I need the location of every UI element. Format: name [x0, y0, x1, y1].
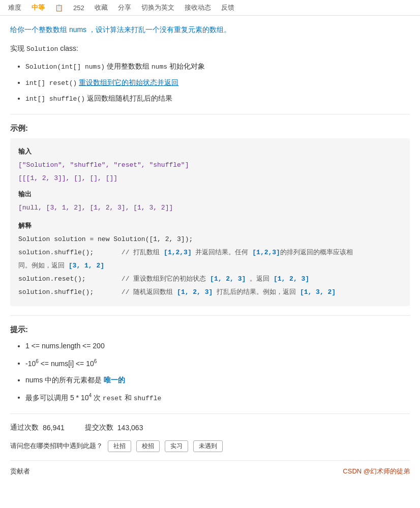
tag-shixi[interactable]: 实习	[165, 440, 188, 452]
difficulty-label: 难度	[8, 3, 21, 12]
question-text: 请问您在哪类招聘中遇到此题？	[10, 441, 103, 451]
submit-label: 提交次数	[85, 423, 113, 432]
contributors-row: 贡献者 CSDN @幻术师的徒弟	[10, 460, 410, 476]
pass-label: 通过次数	[10, 423, 39, 432]
method-1: Solution(int[] nums) 使用整数数组 nums 初始化对象	[25, 60, 410, 73]
method-2: int[] reset() 重设数组到它的初始状态并返回	[25, 76, 410, 89]
collect-button[interactable]: 收藏	[95, 3, 108, 12]
submit-stat: 提交次数 143,063	[85, 423, 143, 432]
hints-list: 1 <= nums.length <= 200 -106 <= nums[i] …	[10, 340, 410, 404]
hints-section: 提示: 1 <= nums.length <= 200 -106 <= nums…	[10, 325, 410, 404]
divider-1	[10, 114, 410, 114]
hint-2: -106 <= nums[i] <= 106	[25, 357, 410, 370]
example-box: 输入 ["Solution", "shuffle", "reset", "shu…	[10, 138, 410, 306]
divider-2	[10, 315, 410, 316]
methods-list: Solution(int[] nums) 使用整数数组 nums 初始化对象 i…	[10, 60, 410, 105]
example-section: 示例: 输入 ["Solution", "shuffle", "reset", …	[10, 124, 410, 306]
subscribe-button[interactable]: 接收动态	[185, 3, 211, 12]
problem-content: 给你一个整数数组 nums ，设计算法来打乱一个没有重复元素的数组。 实现 So…	[0, 16, 420, 484]
submit-value: 143,063	[117, 424, 143, 432]
hint-1: 1 <= nums.length <= 200	[25, 340, 410, 352]
contributors-label: 贡献者	[10, 467, 30, 476]
input-line1: ["Solution", "shuffle", "reset", "shuffl…	[18, 159, 402, 172]
tag-shezao[interactable]: 社招	[108, 440, 131, 452]
explain-label: 解释	[18, 220, 402, 233]
review-button[interactable]: 反馈	[221, 3, 234, 12]
input-line2: [[[1, 2, 3]], [], [], []]	[18, 172, 402, 185]
explain-line2: solution.shuffle(); // 打乱数组 [1,2,3] 并返回结…	[18, 246, 402, 259]
explain-line2b: 同。例如，返回 [3, 1, 2]	[18, 259, 402, 273]
csdn-brand: CSDN @幻术师的徒弟	[343, 467, 410, 476]
hint-4: 最多可以调用 5 * 104 次 reset 和 shuffle	[25, 391, 410, 404]
explain-line4: solution.shuffle(); // 随机返回数组 [1, 2, 3] …	[18, 286, 402, 299]
hint-3: nums 中的所有元素都是 唯一的	[25, 374, 410, 386]
difficulty-value: 中等	[32, 3, 45, 12]
input-label: 输入	[18, 145, 402, 159]
hints-title: 提示:	[10, 325, 410, 335]
output-line: [null, [3, 1, 2], [1, 2, 3], [1, 3, 2]]	[18, 201, 402, 215]
top-bar: 难度 中等 📋 252 收藏 分享 切换为英文 接收动态 反馈	[0, 0, 420, 16]
tag-xiaozao[interactable]: 校招	[136, 440, 160, 452]
intro-text: 给你一个整数数组 nums ，设计算法来打乱一个没有重复元素的数组。	[10, 25, 231, 34]
output-label: 输出	[18, 188, 402, 201]
question-row: 请问您在哪类招聘中遇到此题？ 社招 校招 实习 未遇到	[10, 440, 410, 452]
tag-weiyu[interactable]: 未遇到	[193, 440, 223, 452]
divider-3	[10, 413, 410, 414]
score-value: 252	[73, 4, 84, 12]
method-3: int[] shuffle() 返回数组随机打乱后的结果	[25, 92, 410, 105]
share-button[interactable]: 分享	[118, 3, 131, 12]
explain-line1: Solution solution = new Solution([1, 2, …	[18, 233, 402, 246]
pass-stat: 通过次数 86,941	[10, 423, 65, 432]
stats-row: 通过次数 86,941 提交次数 143,063	[10, 423, 410, 432]
problem-intro: 给你一个整数数组 nums ，设计算法来打乱一个没有重复元素的数组。	[10, 24, 410, 36]
pass-value: 86,941	[43, 424, 65, 432]
score-icon: 📋	[55, 4, 63, 12]
explain-line3: solution.reset(); // 重设数组到它的初始状态 [1, 2, …	[18, 273, 402, 286]
example-title: 示例:	[10, 124, 410, 133]
impl-label: 实现 Solution class:	[10, 42, 410, 55]
translate-button[interactable]: 切换为英文	[141, 3, 174, 12]
